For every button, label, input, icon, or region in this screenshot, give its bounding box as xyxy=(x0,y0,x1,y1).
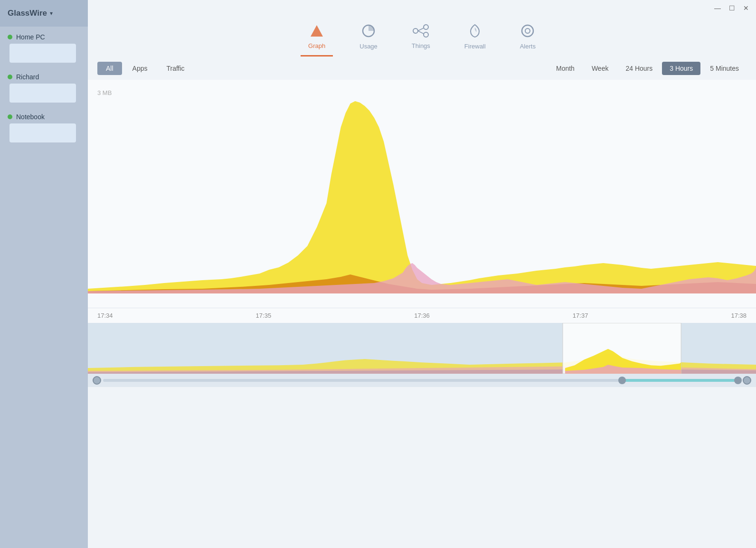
things-icon xyxy=(413,24,429,39)
tab-firewall-label: Firewall xyxy=(464,43,486,50)
time-3hours-button[interactable]: 3 Hours xyxy=(662,62,700,75)
status-dot-online xyxy=(8,35,12,39)
scrollbar-track[interactable] xyxy=(103,379,741,382)
tab-usage-label: Usage xyxy=(359,43,378,50)
svg-point-8 xyxy=(525,28,530,33)
device-label-richard: Richard xyxy=(16,73,39,81)
time-label-1735: 17:35 xyxy=(256,312,272,319)
app-window: GlassWire ▾ Home PC Richard Notebook xyxy=(0,0,756,548)
scrollbar-fill xyxy=(620,379,741,382)
filter-all-button[interactable]: All xyxy=(97,62,122,75)
device-richard[interactable]: Richard xyxy=(0,66,88,106)
device-home-pc[interactable]: Home PC xyxy=(0,27,88,66)
device-label-home-pc: Home PC xyxy=(16,33,45,41)
time-24hours-button[interactable]: 24 Hours xyxy=(618,62,660,75)
filter-bar: All Apps Traffic Month Week 24 Hours 3 H… xyxy=(88,57,756,80)
tab-things[interactable]: Things xyxy=(404,21,438,57)
tab-alerts[interactable]: Alerts xyxy=(512,21,543,57)
scrollbar-area xyxy=(88,374,756,387)
app-menu-button[interactable]: GlassWire ▾ xyxy=(0,0,88,27)
scrollbar-thumb-right[interactable] xyxy=(734,377,742,384)
svg-line-6 xyxy=(418,31,424,34)
device-label-notebook: Notebook xyxy=(16,113,45,121)
tab-alerts-label: Alerts xyxy=(520,43,536,50)
time-label-1736: 17:36 xyxy=(414,312,430,319)
main-content: — ☐ ✕ Graph Us xyxy=(88,0,756,548)
nav-tabs: Graph Usage xyxy=(88,16,756,57)
time-5minutes-button[interactable]: 5 Minutes xyxy=(702,62,747,75)
svg-point-3 xyxy=(424,25,428,29)
time-labels: 17:34 17:35 17:36 17:37 17:38 xyxy=(88,308,756,323)
tab-usage[interactable]: Usage xyxy=(352,21,385,57)
scroll-handle-right[interactable] xyxy=(743,376,751,385)
svg-point-4 xyxy=(424,32,428,37)
tab-graph-label: Graph xyxy=(308,42,325,49)
mini-chart-canvas xyxy=(88,323,756,374)
usage-icon xyxy=(361,24,376,40)
minimize-button[interactable]: — xyxy=(712,3,723,13)
chart-area: 3 MB xyxy=(88,80,756,308)
svg-marker-0 xyxy=(311,25,323,37)
title-bar: — ☐ ✕ xyxy=(88,0,756,16)
sidebar: GlassWire ▾ Home PC Richard Notebook xyxy=(0,0,88,548)
filter-apps-button[interactable]: Apps xyxy=(124,62,156,75)
alerts-icon xyxy=(520,24,535,40)
mini-chart-svg xyxy=(88,323,756,374)
status-dot-online xyxy=(8,75,12,79)
close-button[interactable]: ✕ xyxy=(741,3,751,13)
svg-point-7 xyxy=(522,25,533,37)
svg-line-5 xyxy=(418,28,424,31)
device-preview-richard xyxy=(9,84,76,103)
firewall-icon xyxy=(469,24,481,40)
chart-svg xyxy=(88,80,756,308)
tab-things-label: Things xyxy=(412,42,430,49)
time-week-button[interactable]: Week xyxy=(584,62,616,75)
tab-firewall[interactable]: Firewall xyxy=(457,21,493,57)
device-notebook[interactable]: Notebook xyxy=(0,106,88,146)
chevron-down-icon: ▾ xyxy=(50,10,53,17)
time-label-1734: 17:34 xyxy=(97,312,113,319)
scroll-handle-left[interactable] xyxy=(93,376,101,385)
device-preview-notebook xyxy=(9,123,76,142)
graph-icon xyxy=(310,24,324,39)
maximize-button[interactable]: ☐ xyxy=(727,3,737,13)
time-month-button[interactable]: Month xyxy=(548,62,582,75)
tab-graph[interactable]: Graph xyxy=(301,21,333,57)
time-label-1737: 17:37 xyxy=(573,312,588,319)
svg-point-2 xyxy=(413,28,418,33)
scrollbar-thumb-left[interactable] xyxy=(618,377,626,384)
status-dot-online xyxy=(8,114,12,119)
time-label-1738: 17:38 xyxy=(731,312,747,319)
mini-chart-area xyxy=(88,323,756,387)
chart-y-label: 3 MB xyxy=(97,89,112,96)
filter-left: All Apps Traffic xyxy=(97,62,548,75)
filter-traffic-button[interactable]: Traffic xyxy=(158,62,193,75)
filter-right: Month Week 24 Hours 3 Hours 5 Minutes xyxy=(548,62,747,75)
device-preview-home-pc xyxy=(9,44,76,63)
app-title: GlassWire xyxy=(8,9,47,18)
